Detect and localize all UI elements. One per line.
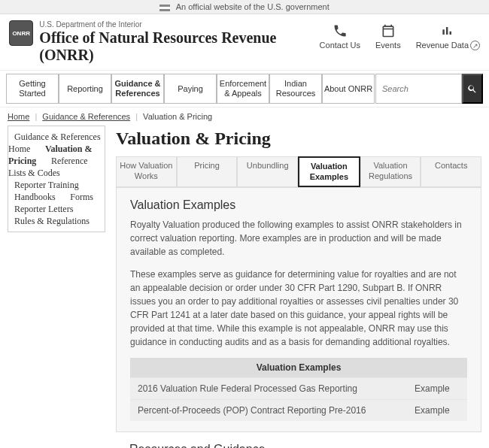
crumb-home[interactable]: Home <box>8 112 29 121</box>
main-content: Valuation & Pricing How Valuation Works … <box>116 126 481 448</box>
breadcrumb: Home | Guidance & References | Valuation… <box>0 107 489 126</box>
examples-table: Valuation Examples 2016 Valuation Rule F… <box>130 358 467 421</box>
tab-valuation-examples[interactable]: Valuation Examples <box>298 156 360 186</box>
revenue-data-label: Revenue Data <box>416 41 469 50</box>
header-right: Contact Us Events Revenue Data↗ <box>320 20 480 50</box>
table-row: Percent-of-Proceeds (POP) Contract Repor… <box>130 399 467 421</box>
header-titles: U.S. Department of the Interior Office o… <box>39 20 319 64</box>
nav-enforcement-appeals[interactable]: Enforcement & Appeals <box>217 74 269 104</box>
search-button[interactable] <box>462 74 483 104</box>
table-header: Valuation Examples <box>130 358 467 378</box>
sidebar: Guidance & References Home Valuation & P… <box>8 126 105 232</box>
gov-banner: An official website of the U.S. governme… <box>0 0 489 14</box>
example-title: 2016 Valuation Rule Federal Processed Ga… <box>130 377 407 399</box>
valuation-examples-panel: Valuation Examples Royalty Valuation pro… <box>116 187 481 432</box>
top-nav-items: Getting Started Reporting Guidance & Ref… <box>6 74 375 104</box>
page-title: Valuation & Pricing <box>116 129 481 149</box>
phone-icon <box>333 23 348 38</box>
panel-heading: Valuation Examples <box>130 198 467 212</box>
resources-heading: Resources and Guidance <box>129 443 468 448</box>
contact-us-link[interactable]: Contact Us <box>320 23 360 50</box>
flag-icon <box>159 5 170 11</box>
panel-intro-1: Royalty Valuation produced the following… <box>130 218 467 259</box>
resources-section: Resources and Guidance Historical Code o… <box>116 432 481 448</box>
crumb-guidance[interactable]: Guidance & References <box>42 112 130 121</box>
revenue-data-link[interactable]: Revenue Data↗ <box>416 23 480 50</box>
nav-getting-started[interactable]: Getting Started <box>6 74 59 104</box>
search-icon <box>467 83 478 94</box>
example-link[interactable]: Example <box>415 405 450 416</box>
search-input[interactable] <box>375 74 462 104</box>
tab-contacts[interactable]: Contacts <box>421 156 481 186</box>
content-tabs: How Valuation Works Pricing Unbundling V… <box>116 156 481 186</box>
nav-paying[interactable]: Paying <box>164 74 217 104</box>
nav-reporting[interactable]: Reporting <box>59 74 111 104</box>
onrr-logo[interactable]: ONRR <box>9 20 33 46</box>
example-title: Percent-of-Proceeds (POP) Contract Repor… <box>130 399 407 421</box>
top-nav: Getting Started Reporting Guidance & Ref… <box>0 71 489 107</box>
site-header: ONRR U.S. Department of the Interior Off… <box>0 14 489 71</box>
nav-indian-resources[interactable]: Indian Resources <box>269 74 322 104</box>
tab-valuation-regulations[interactable]: Valuation Regulations <box>360 156 421 186</box>
bars-icon <box>440 23 455 38</box>
tab-pricing[interactable]: Pricing <box>177 156 238 186</box>
search-form <box>375 74 483 104</box>
calendar-icon <box>381 23 396 38</box>
events-label: Events <box>375 41 401 50</box>
events-link[interactable]: Events <box>375 23 401 50</box>
external-link-icon: ↗ <box>470 41 480 50</box>
nav-about-onrr[interactable]: About ONRR <box>322 74 375 104</box>
page-layout: Guidance & References Home Valuation & P… <box>0 126 489 448</box>
contact-us-label: Contact Us <box>320 41 360 50</box>
crumb-current: Valuation & Pricing <box>143 112 212 121</box>
panel-intro-2: These examples serve as guidance for det… <box>130 268 467 349</box>
example-link[interactable]: Example <box>415 383 450 394</box>
tab-unbundling[interactable]: Unbundling <box>237 156 298 186</box>
dept-name: U.S. Department of the Interior <box>39 20 319 29</box>
gov-banner-text: An official website of the U.S. governme… <box>176 2 330 11</box>
nav-guidance-references[interactable]: Guidance & References <box>111 74 164 104</box>
sidebar-item-rules-regulations[interactable]: Rules & Regulations <box>8 213 96 229</box>
header-left: ONRR U.S. Department of the Interior Off… <box>9 20 320 64</box>
table-row: 2016 Valuation Rule Federal Processed Ga… <box>130 377 467 399</box>
tab-how-valuation-works[interactable]: How Valuation Works <box>116 156 177 186</box>
site-name[interactable]: Office of Natural Resources Revenue (ONR… <box>39 29 319 64</box>
